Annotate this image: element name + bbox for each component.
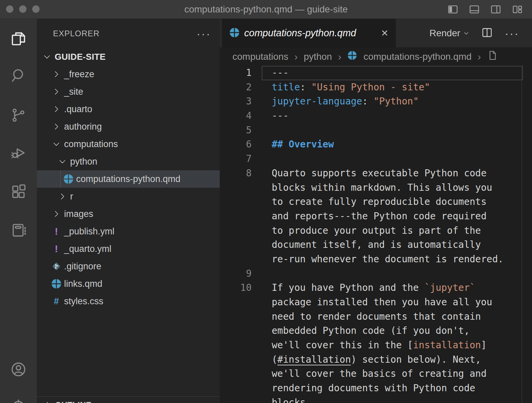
tree-item-computations[interactable]: computations	[37, 135, 220, 153]
code-line[interactable]: 5	[220, 123, 532, 138]
activitybar-item-settings[interactable]	[9, 398, 28, 403]
code-line[interactable]: 4---	[220, 109, 532, 123]
editor-actions: Render ···	[429, 19, 532, 47]
line-number: 8	[220, 166, 252, 181]
breadcrumb-item-python[interactable]: python	[304, 51, 332, 62]
code-line[interactable]: and reports---the Python code required	[220, 209, 532, 224]
activitybar-item-accounts[interactable]	[9, 360, 28, 380]
tree-item-links-qmd[interactable]: links.qmd	[37, 275, 220, 293]
code-segment: ---	[272, 110, 289, 121]
code-line[interactable]: 9	[220, 267, 532, 281]
tree-item-quarto[interactable]: .quarto	[37, 100, 220, 118]
tree-item-freeze[interactable]: _freeze	[37, 65, 220, 83]
tree-item-gitignore[interactable]: .gitignore	[37, 258, 220, 275]
chevron-down-icon[interactable]	[41, 51, 53, 63]
editor-more-actions-button[interactable]: ···	[505, 30, 519, 37]
code-line[interactable]: we'll cover this in the [installation]	[220, 338, 532, 353]
tree-item-computations-python-qmd[interactable]: computations-python.qmd	[37, 170, 220, 188]
root-folder-label: GUIDE-SITE	[55, 52, 106, 62]
activitybar-item-run-debug[interactable]	[9, 144, 28, 163]
code-segment: document itself, and is automatically	[272, 239, 481, 250]
code-segment: #installation	[277, 354, 351, 365]
code-line[interactable]: to produce your output is part of the	[220, 224, 532, 238]
activitybar-item-explorer[interactable]	[9, 30, 28, 49]
layout-sidebar-right-icon[interactable]	[490, 3, 502, 15]
line-number	[220, 209, 252, 224]
chevron-right-icon[interactable]	[56, 190, 68, 203]
code-line[interactable]: 6## Overview	[220, 137, 532, 152]
breadcrumb-item-computations[interactable]: computations	[232, 51, 288, 62]
tree-item-site[interactable]: _site	[37, 83, 220, 100]
close-tab-icon[interactable]: ✕	[381, 28, 388, 39]
code-line[interactable]: we'll cover the basics of creating and	[220, 367, 532, 381]
code-line[interactable]: 2title: "Using Python - site"	[220, 80, 532, 95]
outline-section-label: OUTLINE	[55, 400, 92, 403]
code-line-text: document itself, and is automatically	[272, 238, 481, 252]
code-line[interactable]: re-run whenever the document is rendered…	[220, 252, 532, 267]
code-line-text: If you have Python and the `jupyter`	[272, 281, 475, 295]
code-line[interactable]: to create fully reproducible documents	[220, 195, 532, 209]
code-segment: rendering documents with Python code	[272, 383, 475, 394]
code-segment: and reports---the Python code required	[272, 211, 487, 222]
code-line[interactable]: 10If you have Python and the `jupyter`	[220, 281, 532, 295]
line-number: 3	[220, 94, 252, 109]
code-line[interactable]: blocks within markdown. This allows you	[220, 181, 532, 195]
code-line[interactable]: rendering documents with Python code	[220, 381, 532, 396]
tree-item-images[interactable]: images	[37, 205, 220, 223]
code-line[interactable]: document itself, and is automatically	[220, 238, 532, 252]
code-line[interactable]: package installed then you have all you	[220, 295, 532, 310]
sidebar-title: EXPLORER	[53, 29, 100, 38]
code-line[interactable]: (#installation) section below). Next,	[220, 353, 532, 367]
account-icon	[10, 361, 27, 379]
breadcrumb-separator: ›	[478, 51, 481, 62]
code-segment: to create fully reproducible documents	[272, 196, 487, 207]
line-number: 7	[220, 152, 252, 166]
layout-sidebar-left-icon[interactable]	[447, 3, 459, 15]
chevron-right-icon[interactable]	[50, 86, 62, 98]
breadcrumb-item-computations-python-qmd[interactable]: computations-python.qmd	[364, 51, 472, 62]
tree-item-quarto-yml[interactable]: !_quarto.yml	[37, 240, 220, 258]
chevron-right-icon	[44, 401, 52, 403]
line-number	[220, 367, 252, 381]
tree-item-publish-yml[interactable]: !_publish.yml	[37, 223, 220, 240]
activitybar-item-extensions[interactable]	[9, 182, 28, 202]
chevron-right-icon[interactable]	[50, 121, 62, 133]
code-line-text: Quarto supports executable Python code	[272, 166, 487, 181]
code-line[interactable]: 7	[220, 152, 532, 166]
run-debug-icon	[10, 144, 27, 163]
tree-item-python[interactable]: python	[37, 153, 220, 170]
code-editor[interactable]: 1---2title: "Using Python - site"3jupyte…	[220, 66, 532, 403]
activitybar-item-source-control[interactable]	[9, 106, 28, 126]
code-line[interactable]: blocks.	[220, 396, 532, 403]
split-editor-icon[interactable]	[481, 26, 493, 40]
quarto-icon	[229, 28, 240, 39]
code-segment: "Using Python - site"	[311, 82, 430, 93]
layout-panel-icon[interactable]	[468, 3, 480, 15]
activitybar-item-search[interactable]	[9, 66, 28, 86]
tree-item-r[interactable]: r	[37, 188, 220, 205]
code-line[interactable]: 3jupyter-language: "Python"	[220, 94, 532, 109]
file-icon	[487, 50, 498, 63]
render-button[interactable]: Render	[429, 28, 469, 39]
sidebar-more-actions-button[interactable]: ···	[197, 30, 211, 37]
tree-item-styles-css[interactable]: #styles.css	[37, 293, 220, 310]
line-number	[220, 324, 252, 338]
code-line[interactable]: need to render documents that contain	[220, 310, 532, 324]
tab-computations-python-qmd[interactable]: computations-python.qmd ✕	[222, 19, 396, 47]
chevron-down-icon[interactable]	[56, 155, 68, 168]
code-line[interactable]: 8Quarto supports executable Python code	[220, 166, 532, 181]
chevron-right-icon[interactable]	[50, 103, 62, 115]
line-number	[220, 295, 252, 310]
layout-customize-icon[interactable]	[511, 3, 523, 15]
code-line-text: to produce your output is part of the	[272, 224, 481, 238]
activitybar-item-notebook[interactable]	[9, 221, 28, 240]
tree-item-guide-site-root[interactable]: GUIDE-SITE	[37, 48, 220, 65]
chevron-right-icon[interactable]	[50, 208, 62, 220]
chevron-right-icon[interactable]	[50, 68, 62, 80]
chevron-down-icon[interactable]	[50, 138, 62, 150]
outline-section[interactable]: OUTLINE	[37, 396, 220, 403]
tree-item-authoring[interactable]: authoring	[37, 118, 220, 135]
tree-item-label: _site	[64, 87, 83, 97]
code-line[interactable]: embedded Python code (if you don't,	[220, 324, 532, 338]
code-segment: we'll cover the basics of creating and	[272, 368, 487, 379]
